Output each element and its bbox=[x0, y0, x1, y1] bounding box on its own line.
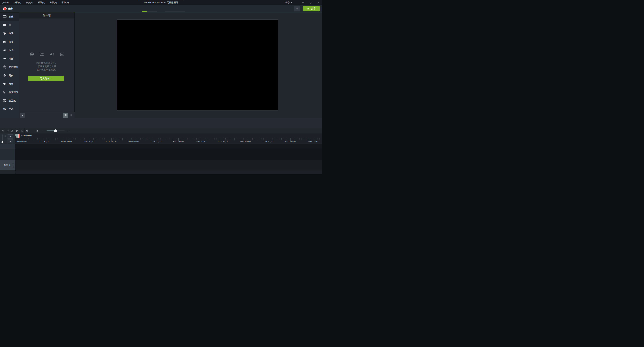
timeline-ruler-row: 0:00:00;00 0:00:00;000:00:10;000:00:20;0… bbox=[0, 133, 322, 144]
restore-button[interactable] bbox=[306, 0, 314, 5]
timeline-toolbar bbox=[0, 128, 322, 133]
share-button[interactable]: 分享 bbox=[303, 6, 320, 12]
camtasia-window: 文件(F)编辑(E)修改(M)视图(V)分享(S)帮助(H) TechSmith… bbox=[0, 0, 322, 174]
sidebar-item-interactivity[interactable]: 交互性 bbox=[0, 96, 19, 105]
track-zoom-glyphs bbox=[4, 135, 6, 139]
add-media-button[interactable] bbox=[20, 113, 25, 118]
share-icon bbox=[306, 8, 309, 10]
timeline-zoom-in-button[interactable] bbox=[66, 129, 70, 133]
media-bin-title: 媒体箱 bbox=[19, 13, 74, 19]
speaker-icon bbox=[50, 52, 54, 57]
track-label: 轨道 1 bbox=[4, 160, 10, 171]
sidebar-item-visual-effects[interactable]: 视觉效果 bbox=[0, 88, 19, 96]
grid-icon bbox=[64, 114, 67, 117]
film-icon bbox=[40, 52, 44, 57]
arrow-down-icon bbox=[4, 138, 6, 139]
timeline-zoom-out-button[interactable] bbox=[41, 129, 44, 132]
ruler-label: 0:00:50;00 bbox=[128, 140, 139, 143]
ruler-label: 0:00:30;00 bbox=[84, 140, 94, 143]
ruler-label: 0:01:20;00 bbox=[196, 140, 206, 143]
sidebar-item-behaviors[interactable]: 行为 bbox=[0, 46, 19, 54]
sidebar-item-media[interactable]: 媒体 bbox=[0, 13, 19, 21]
minimize-button[interactable] bbox=[299, 0, 306, 5]
undo-icon bbox=[1, 129, 4, 132]
record-icon bbox=[3, 7, 7, 11]
add-track-button[interactable] bbox=[7, 134, 13, 139]
ruler-label: 0:01:00;00 bbox=[151, 140, 161, 143]
cut-button[interactable] bbox=[10, 128, 15, 133]
menu-file[interactable]: 文件(F) bbox=[2, 1, 10, 4]
playhead-time-label: 0:00:00;00 bbox=[21, 134, 32, 137]
timeline-scrollbar-row bbox=[0, 170, 322, 174]
timeline-zoom-handle[interactable] bbox=[54, 129, 57, 132]
signin-button[interactable]: 登录 bbox=[286, 1, 292, 4]
timeline-gutter-controls bbox=[0, 133, 16, 144]
record-icon bbox=[30, 52, 34, 57]
ruler-label: 0:01:40;00 bbox=[240, 140, 251, 143]
main-toolbar: 录制 100% 分享 bbox=[0, 5, 322, 13]
track-header: 轨道 1 bbox=[0, 160, 16, 170]
minus-icon bbox=[42, 130, 43, 132]
top-edge-artifact-white bbox=[147, 0, 184, 0]
ruler-label: 0:00:20;00 bbox=[62, 140, 72, 143]
arrow-up-icon bbox=[4, 135, 6, 136]
redo-button[interactable] bbox=[5, 128, 10, 133]
menu-modify[interactable]: 修改(M) bbox=[26, 1, 33, 4]
playhead-line[interactable] bbox=[16, 134, 16, 170]
download-icon bbox=[296, 8, 298, 10]
magnifier-icon bbox=[4, 136, 6, 138]
playback-bar: 00:00 / 00:00 30 fps 属性 bbox=[0, 118, 322, 128]
ruler-label: 0:01:10;00 bbox=[173, 140, 184, 143]
playhead[interactable] bbox=[16, 133, 20, 171]
timeline: 0:00:00;00 0:00:00;000:00:10;000:00:20;0… bbox=[0, 133, 322, 174]
copy-button[interactable] bbox=[15, 128, 20, 133]
menu-help[interactable]: 帮助(H) bbox=[62, 1, 69, 4]
sidebar-item-captions[interactable]: CC 字幕 bbox=[0, 105, 19, 113]
sidebar-item-cursor-effects[interactable]: 光标效果 bbox=[0, 63, 19, 71]
timeline-ruler[interactable]: 0:00:00;00 0:00:00;000:00:10;000:00:20;0… bbox=[16, 133, 322, 144]
ruler-label: 0:01:50;00 bbox=[263, 140, 273, 143]
ruler-label: 0:01:30;00 bbox=[218, 140, 228, 143]
svg-text:a: a bbox=[5, 33, 5, 34]
track-lock-toggle[interactable] bbox=[12, 166, 14, 168]
track-height-handle[interactable] bbox=[2, 141, 3, 143]
canvas-stage bbox=[75, 13, 322, 118]
media-bin-footer bbox=[19, 112, 75, 118]
ruler-label: 0:00:10;00 bbox=[39, 140, 49, 143]
restore-icon bbox=[309, 1, 312, 4]
title-bar: 文件(F)编辑(E)修改(M)视图(V)分享(S)帮助(H) TechSmith… bbox=[0, 0, 322, 5]
copy-icon bbox=[16, 129, 18, 132]
chevron-down-icon bbox=[291, 2, 292, 3]
sidebar-item-library[interactable]: 库 bbox=[0, 21, 19, 29]
ruler-label: 0:02:00;00 bbox=[285, 140, 296, 143]
paste-button[interactable] bbox=[20, 128, 25, 133]
close-button[interactable] bbox=[314, 0, 322, 5]
sidebar-item-animations[interactable]: 动画 bbox=[0, 54, 19, 63]
import-media-button[interactable]: 导入媒体... bbox=[28, 76, 64, 81]
menu-edit[interactable]: 编辑(E) bbox=[14, 1, 21, 4]
close-icon bbox=[317, 1, 320, 4]
sidebar-item-transitions[interactable]: 转换 bbox=[0, 38, 19, 46]
top-edge-artifact-blue bbox=[138, 0, 147, 0]
track-visibility-toggle[interactable] bbox=[12, 163, 14, 165]
playhead-flag[interactable] bbox=[16, 134, 20, 138]
ruler-label: 0:00:40;00 bbox=[106, 140, 116, 143]
split-button[interactable] bbox=[25, 128, 30, 133]
export-local-button[interactable] bbox=[294, 6, 300, 12]
grid-view-button[interactable] bbox=[63, 113, 68, 118]
image-icon bbox=[60, 52, 64, 57]
redo-icon bbox=[6, 129, 9, 132]
record-button[interactable]: 录制 bbox=[2, 6, 14, 11]
sidebar-item-audio-effects[interactable]: 音效 bbox=[0, 80, 19, 88]
media-bin-panel: 媒体箱 您的媒体箱是空的。屏幕录制和导入的媒体将显示在此处。 导入媒体... bbox=[19, 13, 75, 118]
track-row-1: 轨道 1 bbox=[0, 160, 322, 170]
menu-view[interactable]: 视图(V) bbox=[38, 1, 45, 4]
undo-button[interactable] bbox=[0, 128, 5, 133]
menu-share[interactable]: 分享(S) bbox=[50, 1, 57, 4]
split-icon bbox=[26, 129, 28, 132]
sidebar-item-voice-narration[interactable]: 旁白 bbox=[0, 71, 19, 80]
collapse-tracks-button[interactable] bbox=[7, 140, 13, 143]
sidebar-item-annotations[interactable]: a 注释 bbox=[0, 29, 19, 38]
list-view-button[interactable] bbox=[68, 113, 73, 118]
scissors-icon bbox=[11, 129, 14, 132]
